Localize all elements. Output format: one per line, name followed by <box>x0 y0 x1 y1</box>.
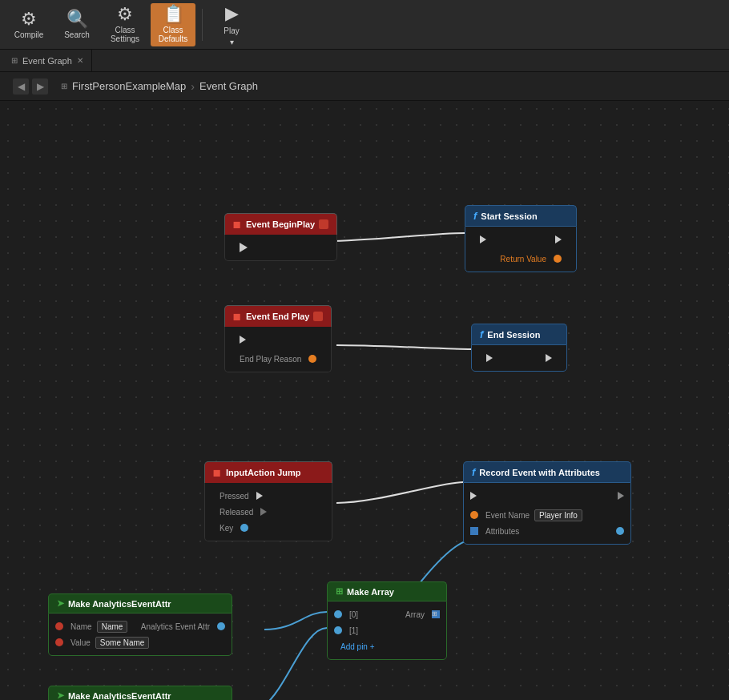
class-defaults-label: Class Defaults <box>151 26 195 43</box>
exec-in-pin4 <box>470 492 477 500</box>
attrs-label: Attributes <box>485 527 519 536</box>
start-session-node[interactable]: f Start Session Return Value <box>465 205 577 272</box>
breadcrumb-graph[interactable]: Event Graph <box>199 80 258 92</box>
input-action-jump-title: InputAction Jump <box>226 468 301 477</box>
compile-button[interactable]: ⚙ Compile <box>6 3 51 46</box>
input-action-jump-node[interactable]: ◆ InputAction Jump Pressed Released Key <box>204 461 332 541</box>
play-button[interactable]: ▶ Play <box>209 3 254 46</box>
key-pin <box>240 524 248 532</box>
breadcrumb-nav: ◀ ▶ <box>13 78 48 95</box>
blueprint-canvas[interactable]: ◆ Event BeginPlay f Start Session Return… <box>0 101 729 700</box>
add-pin-button[interactable]: Add pin + <box>334 642 375 651</box>
event-end-play-title: Event End Play <box>246 312 309 321</box>
array-1-label: [1] <box>349 626 358 635</box>
array-out-pin: ⊞ <box>432 610 440 618</box>
value-1-label: Value <box>70 638 91 647</box>
name-1-value[interactable]: Name <box>97 621 128 633</box>
return-value-label: Return Value <box>500 255 546 264</box>
array-grid-icon: ⊞ <box>336 586 343 597</box>
play-label: Play <box>224 26 239 35</box>
tabbar: ⊞ Event Graph ✕ <box>0 50 729 72</box>
settings-icon: ⚙ <box>117 6 133 23</box>
start-session-title: Start Session <box>481 211 537 221</box>
tab-label: Event Graph <box>22 56 72 66</box>
end-play-reason-label: End Play Reason <box>240 355 301 364</box>
compile-icon: ⚙ <box>21 10 37 28</box>
make-analytics-attr-1-node[interactable]: ➤ Make AnalyticsEventAttr Name Name Anal… <box>48 593 232 656</box>
event-name-label: Event Name <box>485 511 530 520</box>
make-analytics-attr-2-title: Make AnalyticsEventAttr <box>68 691 171 701</box>
released-label: Released <box>220 508 253 517</box>
exec-in-pin <box>480 235 486 243</box>
search-label: Search <box>64 30 90 39</box>
breadcrumb-grid-icon: ⊞ <box>61 82 67 91</box>
end-session-node[interactable]: f End Session <box>471 324 567 372</box>
exec-out-pin4 <box>618 492 624 500</box>
make-array-title: Make Array <box>347 587 394 597</box>
make-array-node[interactable]: ⊞ Make Array [0] Array ⊞ [1] Add pin + <box>327 581 447 660</box>
array-0-label: [0] <box>349 610 358 619</box>
event-begin-play-node[interactable]: ◆ Event BeginPlay <box>224 213 337 261</box>
attrs-grid-icon: ⊞ <box>470 527 478 535</box>
key-label: Key <box>220 524 233 533</box>
event-indicator2 <box>313 312 323 321</box>
array-in-1-pin <box>334 626 342 634</box>
pressed-pin <box>256 492 263 500</box>
toolbar-divider <box>202 9 203 41</box>
search-icon: 🔍 <box>66 10 88 28</box>
event-end-play-node[interactable]: ◆ Event End Play End Play Reason <box>224 305 332 372</box>
event-graph-tab[interactable]: ⊞ Event Graph ✕ <box>3 50 92 71</box>
make-analytics-attr-2-node[interactable]: ➤ Make AnalyticsEventAttr Name Age Analy… <box>48 686 232 700</box>
event-begin-play-title: Event BeginPlay <box>246 219 315 229</box>
func-icon2: f <box>480 328 483 340</box>
record-event-attrs-title: Record Event with Attributes <box>479 468 600 477</box>
breadcrumb-sep: › <box>191 80 195 93</box>
analytics-1-out-label: Analytics Event Attr <box>141 622 210 631</box>
back-button[interactable]: ◀ <box>13 78 29 95</box>
analytics-1-icon: ➤ <box>57 598 64 609</box>
search-button[interactable]: 🔍 Search <box>54 3 99 46</box>
value-1-pin <box>55 638 63 646</box>
analytics-1-out-pin <box>217 622 225 630</box>
make-analytics-attr-1-title: Make AnalyticsEventAttr <box>68 599 171 609</box>
forward-button[interactable]: ▶ <box>32 78 48 95</box>
pressed-label: Pressed <box>220 492 249 501</box>
tab-grid-icon: ⊞ <box>11 56 18 65</box>
event-diamond-icon3: ◆ <box>210 465 225 480</box>
exec-out-pin2 <box>240 336 246 344</box>
exec-in-pin2 <box>486 354 493 362</box>
breadcrumb-map[interactable]: FirstPersonExampleMap <box>72 80 186 92</box>
toolbar: ⚙ Compile 🔍 Search ⚙ Class Settings 📋 Cl… <box>0 0 729 50</box>
func-icon: f <box>473 210 477 222</box>
exec-out-pin3 <box>546 354 552 362</box>
tab-close-icon[interactable]: ✕ <box>77 56 83 65</box>
func-icon3: f <box>472 466 475 478</box>
name-1-pin <box>55 622 63 630</box>
array-in-0-pin <box>334 610 342 618</box>
array-out-label: Array <box>405 610 425 619</box>
attrs-pin <box>616 527 624 535</box>
event-diamond-icon: ◆ <box>230 216 245 231</box>
play-icon: ▶ <box>225 3 239 24</box>
exec-out-pin <box>240 243 248 252</box>
released-pin <box>260 508 267 516</box>
name-1-label: Name <box>70 622 92 631</box>
event-diamond-icon2: ◆ <box>230 308 245 324</box>
event-name-value[interactable]: Player Info <box>534 509 582 521</box>
class-settings-button[interactable]: ⚙ Class Settings <box>103 3 147 46</box>
breadcrumb: ⊞ FirstPersonExampleMap › Event Graph <box>61 80 258 93</box>
return-value-pin <box>554 255 562 263</box>
exec-out-pin <box>555 235 562 243</box>
defaults-icon: 📋 <box>163 6 184 23</box>
class-settings-label: Class Settings <box>103 26 147 43</box>
class-defaults-button[interactable]: 📋 Class Defaults <box>151 3 195 46</box>
analytics-2-icon: ➤ <box>57 690 64 700</box>
event-name-pin <box>470 511 478 519</box>
value-1-value[interactable]: Some Name <box>95 637 150 649</box>
compile-label: Compile <box>14 30 44 39</box>
breadcrumb-bar: ◀ ▶ ⊞ FirstPersonExampleMap › Event Grap… <box>0 72 729 101</box>
end-play-reason-pin <box>308 355 316 363</box>
record-event-attrs-node[interactable]: f Record Event with Attributes Event Nam… <box>463 461 631 545</box>
event-indicator <box>319 219 328 229</box>
end-session-title: End Session <box>487 330 540 340</box>
